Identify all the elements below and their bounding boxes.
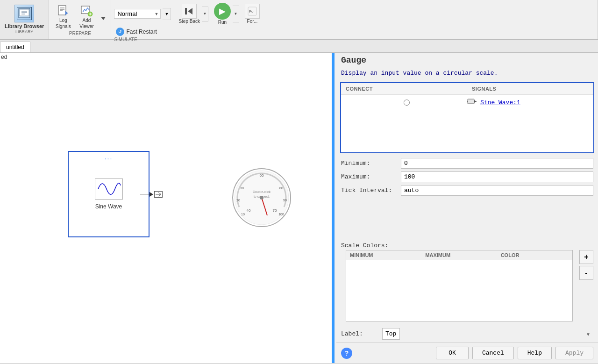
signal-link[interactable]: Sine Wave:1 [480, 99, 520, 106]
log-signals-label2: Signals [56, 24, 71, 29]
log-signals-label: Log [59, 18, 67, 23]
apply-button[interactable]: Apply [555, 347, 593, 359]
add-scale-btn[interactable]: + [579, 250, 593, 264]
footer-left: ? [341, 348, 432, 359]
svg-marker-14 [188, 8, 192, 14]
minimum-input[interactable] [401, 158, 593, 169]
run-btn[interactable]: ▶ Run [212, 2, 233, 26]
add-viewer-label2: Viewer [79, 24, 93, 29]
connect-panel: CONNECT SIGNALS [340, 82, 594, 153]
connect-radio[interactable] [404, 100, 410, 106]
scale-table-header: MINIMUM MAXIMUM COLOR [346, 250, 572, 260]
svg-text:to connect.: to connect. [254, 195, 270, 198]
sine-wave-block[interactable]: ··· Sine Wave [68, 151, 150, 237]
label-select-wrapper[interactable]: Top [382, 328, 593, 340]
connect-col-connect: CONNECT [341, 83, 467, 94]
maximum-label: Maximum: [341, 173, 397, 180]
log-signals-icon [57, 4, 70, 17]
connector-terminal [154, 191, 163, 198]
remove-scale-btn[interactable]: - [579, 266, 593, 280]
label-select[interactable]: Top [382, 328, 400, 340]
step-back-label: Step Back [178, 19, 200, 24]
svg-rect-5 [58, 6, 66, 15]
connect-col-signals: SIGNALS [467, 83, 593, 94]
run-group: ▶ Run ▼ [212, 2, 239, 26]
dialog-description: Display an input value on a circular sca… [336, 68, 598, 80]
tab-untitled[interactable]: untitled [0, 42, 30, 52]
dialog-panel: Gauge Display an input value on a circul… [332, 53, 598, 363]
svg-rect-35 [468, 99, 474, 104]
svg-text:30: 30 [240, 186, 244, 190]
add-viewer-icon [80, 4, 93, 17]
connect-body [341, 110, 593, 152]
scale-colors-table-wrapper: MINIMUM MAXIMUM COLOR [341, 250, 577, 321]
add-viewer-btn[interactable]: Add Viewer [75, 3, 98, 30]
scale-buttons: + - [579, 250, 593, 280]
run-label: Run [218, 20, 227, 25]
help-icon[interactable]: ? [341, 348, 352, 359]
prepare-dropdown-arrow[interactable] [99, 13, 108, 20]
mode-dropdown-wrapper[interactable]: Normal [114, 9, 161, 19]
maximum-row: Maximum: [341, 171, 593, 182]
step-back-dropdown[interactable]: ▼ [202, 7, 208, 21]
minimum-row: Minimum: [341, 158, 593, 169]
minimum-label: Minimum: [341, 160, 397, 167]
help-button[interactable]: Help [518, 347, 552, 359]
signal-cell: Sine Wave:1 [467, 98, 589, 107]
signal-icon [467, 98, 477, 107]
connect-header: CONNECT SIGNALS [341, 83, 593, 95]
toolbar: Library Browser LIBRARY Log Signals [0, 0, 598, 40]
label-label: Label: [341, 330, 378, 337]
svg-text:10: 10 [241, 213, 245, 216]
fast-restart-label: Fast Restart [126, 29, 157, 35]
run-icon: ▶ [214, 3, 231, 20]
step-back-icon [182, 4, 197, 19]
svg-text:Fo: Fo [249, 9, 254, 14]
dialog-title: Gauge [336, 53, 598, 68]
scale-col-color: COLOR [497, 250, 572, 260]
fast-restart-icon: ↺ [116, 28, 124, 36]
mode-dropdown-arrow[interactable]: ▼ [163, 8, 171, 20]
scale-colors-table: MINIMUM MAXIMUM COLOR [346, 250, 573, 321]
simulate-section: Normal ▼ Step Back ▼ [111, 0, 598, 39]
cancel-button[interactable]: Cancel [472, 347, 514, 359]
canvas-header-text: ed [1, 54, 7, 60]
fast-restart-btn[interactable]: ↺ Fast Restart [114, 27, 158, 37]
svg-rect-1 [20, 9, 29, 16]
step-back-btn[interactable]: Step Back [177, 3, 202, 25]
simulate-label: SIMULATE [114, 37, 595, 42]
svg-text:70: 70 [273, 208, 277, 213]
prepare-label: PREPARE [52, 31, 108, 37]
svg-text:40: 40 [247, 208, 251, 213]
library-browser-label: Library Browser [5, 23, 44, 29]
step-back-group: Step Back ▼ [177, 3, 208, 25]
connect-radio-cell[interactable] [346, 100, 467, 106]
prepare-section: Log Signals Add Viewer [49, 0, 111, 39]
connect-row: Sine Wave:1 [341, 95, 593, 110]
svg-rect-13 [185, 8, 187, 14]
scale-colors-label: Scale Colors: [336, 240, 598, 250]
format-btn[interactable]: Fo For... [243, 3, 262, 25]
library-browser-icon [14, 5, 34, 22]
mode-select[interactable]: Normal [114, 9, 161, 19]
ok-button[interactable]: OK [436, 347, 469, 359]
connector-line [140, 194, 150, 194]
dialog-accent-bar [333, 53, 335, 363]
connector-arrow [150, 192, 153, 197]
block-label: Sine Wave [95, 203, 122, 210]
svg-text:90: 90 [283, 199, 287, 202]
run-dropdown[interactable]: ▼ [233, 6, 239, 22]
dialog-footer: ? OK Cancel Help Apply [336, 343, 598, 363]
library-browser-btn[interactable]: Library Browser LIBRARY [0, 0, 49, 39]
svg-line-18 [158, 193, 161, 194]
maximum-input[interactable] [401, 171, 593, 182]
tick-interval-input[interactable] [401, 185, 593, 196]
add-viewer-label: Add [82, 18, 91, 23]
format-icon: Fo [245, 4, 260, 19]
library-section-label: LIBRARY [15, 29, 33, 34]
svg-text:100: 100 [278, 213, 284, 216]
gauge-block[interactable]: 40 60 70 Double-click to connect. 10 20 … [229, 165, 294, 230]
svg-text:Double-click: Double-click [253, 190, 271, 193]
log-signals-btn[interactable]: Log Signals [52, 3, 74, 30]
format-label: For... [247, 19, 258, 24]
